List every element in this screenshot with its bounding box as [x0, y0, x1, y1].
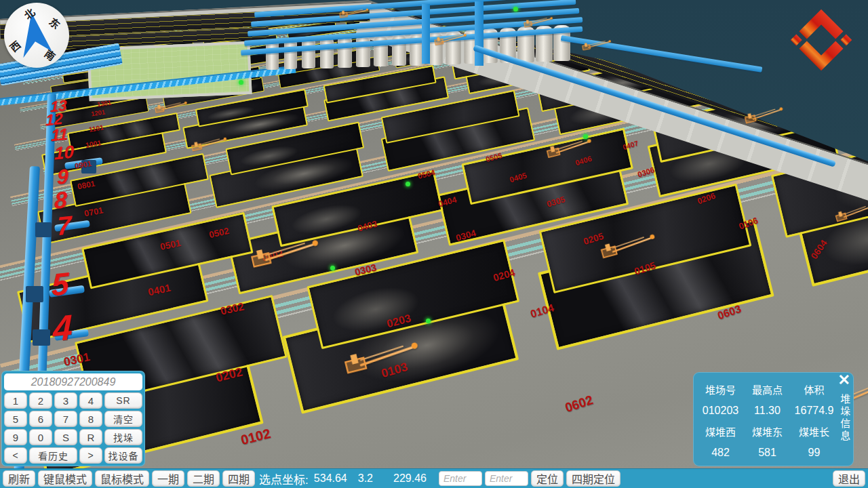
keypad-button-1[interactable]: 1 [4, 392, 27, 409]
keypad-button-r[interactable]: R [79, 429, 102, 445]
coal-yard-3d-view: 0102020203010302040104020501050204030303… [0, 0, 868, 488]
stacker-reclaimer[interactable] [581, 39, 612, 53]
info-value: 482 [697, 442, 744, 463]
keypad-button-view-history[interactable]: 看历史 [29, 447, 77, 464]
pile-label[interactable]: 0102 [239, 426, 272, 448]
pile-label[interactable]: 0504 [417, 168, 436, 180]
keypad-button-clear[interactable]: 清空 [104, 411, 142, 427]
pile-label[interactable]: 0206 [696, 191, 716, 207]
info-header: 体积 [791, 379, 837, 400]
pile-label[interactable]: 1301 [96, 98, 112, 108]
coord-z-value: 229.46 [393, 472, 427, 485]
phase-4-button[interactable]: 四期 [222, 470, 255, 487]
pile-label[interactable]: 0105 [633, 260, 657, 277]
row-number: 7 [57, 212, 71, 239]
keypad-button-9[interactable]: 9 [4, 429, 27, 445]
pile-label[interactable]: 0701 [83, 205, 104, 218]
pile-label[interactable]: 0203 [385, 312, 412, 331]
pile-label[interactable]: 0407 [622, 139, 639, 151]
row-number: 8 [54, 188, 67, 212]
keypad-button-2[interactable]: 2 [29, 392, 52, 409]
row-number: 11 [51, 126, 68, 144]
compass-arrow-icon [4, 3, 69, 68]
pile-label[interactable]: 1001 [85, 138, 102, 149]
stacker-keypad-panel: 20180927200849 1234SR5678清空90SR找垛<看历史>找设… [1, 371, 145, 466]
pile-label[interactable]: 0202 [214, 365, 244, 385]
stacker-reclaimer[interactable] [338, 7, 370, 20]
compass[interactable]: 北 东 西 南 [4, 3, 69, 68]
pile-label[interactable]: 0901 [74, 159, 92, 170]
refresh-button[interactable]: 刷新 [3, 470, 35, 487]
pile-label[interactable]: 0502 [208, 226, 230, 240]
stacker-reclaimer[interactable] [433, 32, 468, 47]
keypad-button-find-pile[interactable]: 找垛 [104, 429, 142, 445]
pile-label[interactable]: 0801 [77, 179, 96, 192]
phase-1-button[interactable]: 一期 [152, 470, 184, 487]
stacker-reclaimer[interactable] [599, 231, 658, 262]
pile-label[interactable]: 0501 [159, 238, 182, 252]
info-header: 煤堆东 [744, 421, 791, 442]
pile-label[interactable]: 0106 [737, 215, 760, 231]
toolbar-action-buttons: 定位四期定位 [531, 470, 620, 487]
stacker-reclaimer[interactable] [523, 16, 554, 30]
pile-label[interactable]: 0604 [808, 238, 829, 261]
keypad-button-5[interactable]: 5 [4, 411, 27, 427]
keypad-button-s[interactable]: S [54, 429, 77, 445]
row-number: 9 [57, 166, 68, 188]
close-icon[interactable]: ✕ [838, 371, 850, 389]
keypad-button-next[interactable]: > [79, 447, 102, 464]
pile-label[interactable]: 0405 [509, 171, 528, 184]
keypad-button-prev[interactable]: < [4, 447, 27, 464]
phase-2-button[interactable]: 二期 [187, 470, 220, 487]
timestamp-display[interactable]: 20180927200849 [4, 373, 142, 390]
pile-label[interactable]: 0104 [529, 302, 555, 321]
locate-button[interactable]: 定位 [531, 470, 564, 487]
pile-label[interactable]: 1101 [88, 123, 104, 134]
pile-label[interactable]: 0304 [455, 228, 477, 243]
phase-4-locate-button[interactable]: 四期定位 [566, 470, 620, 487]
coord-input-2[interactable] [485, 471, 528, 486]
pile-label[interactable]: 0204 [492, 267, 516, 283]
info-header: 煤堆西 [697, 421, 744, 442]
pile-info-grid: 堆场号最高点体积01020311.3016774.9煤堆西煤堆东煤堆长48258… [697, 379, 837, 464]
stacker-reclaimer[interactable] [743, 105, 785, 127]
keypad-button-7[interactable]: 7 [54, 411, 77, 427]
pile-label[interactable]: 0403 [357, 218, 378, 233]
coord-input-1[interactable] [439, 471, 482, 486]
keyboard-mouse-mode-button[interactable]: 键鼠模式 [38, 470, 92, 487]
keypad-button-sr[interactable]: SR [104, 392, 142, 409]
exit-button[interactable]: 退出 [833, 470, 865, 487]
keypad-grid: 1234SR5678清空90SR找垛<看历史>找设备 [4, 392, 142, 464]
selected-point-label: 选点坐标: [259, 470, 309, 487]
pile-label[interactable]: 0406 [574, 155, 593, 167]
keypad-button-0[interactable]: 0 [29, 429, 52, 445]
pile-label[interactable]: 0306 [637, 165, 656, 178]
keypad-button-4[interactable]: 4 [79, 392, 102, 409]
pile-label[interactable]: 0401 [147, 282, 172, 298]
keypad-button-find-device[interactable]: 找设备 [104, 447, 142, 464]
pile-label[interactable]: 0505 [485, 151, 503, 163]
row-number: 10 [54, 142, 74, 162]
pile-label[interactable]: 0302 [219, 300, 245, 317]
stacker-reclaimer[interactable] [248, 237, 321, 273]
keypad-button-8[interactable]: 8 [79, 411, 102, 427]
pile-label[interactable]: 0303 [354, 262, 378, 277]
pile-label[interactable]: 0603 [716, 303, 743, 323]
info-header: 煤堆长 [791, 421, 837, 442]
pile-label[interactable]: 0404 [437, 195, 458, 209]
keypad-button-6[interactable]: 6 [29, 411, 52, 427]
mouse-mode-button[interactable]: 鼠标模式 [95, 470, 149, 487]
info-value: 581 [744, 442, 791, 463]
pile-label[interactable]: 0602 [564, 392, 595, 415]
pile-label[interactable]: 1201 [90, 108, 106, 117]
stacker-reclaimer[interactable] [834, 202, 868, 225]
status-dot-green [330, 266, 335, 270]
toolbar-left-buttons: 刷新键鼠模式鼠标模式一期二期四期 [3, 470, 255, 487]
status-dot-green [239, 80, 243, 85]
stacker-reclaimer[interactable] [154, 100, 189, 115]
stacker-reclaimer[interactable] [190, 136, 228, 154]
coord-x-value: 534.64 [314, 472, 347, 485]
pile-label[interactable]: 0301 [62, 350, 91, 369]
pile-label[interactable]: 0305 [546, 195, 566, 209]
keypad-button-3[interactable]: 3 [54, 392, 77, 409]
